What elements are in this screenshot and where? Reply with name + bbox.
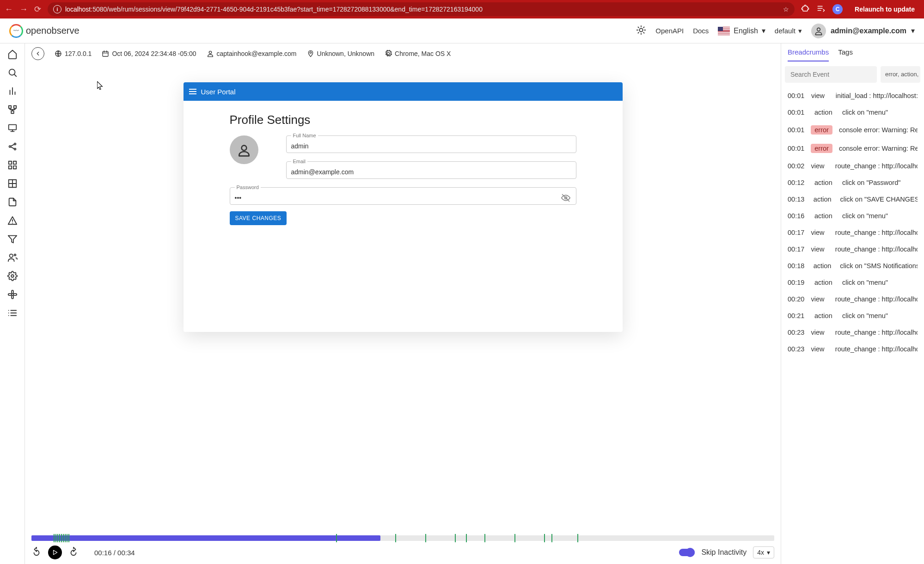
bar-chart-icon[interactable] (7, 86, 18, 96)
event-row[interactable]: 00:18actionclick on "SMS Notifications" (781, 257, 924, 274)
logo-icon: 〰 (9, 24, 23, 38)
reload-icon[interactable]: ⟳ (34, 4, 41, 14)
back-button[interactable] (31, 47, 44, 60)
file-icon[interactable] (7, 197, 18, 207)
email-field: Email admin@example.com (286, 161, 576, 179)
svg-rect-13 (13, 166, 16, 169)
skip-inactivity-toggle[interactable] (679, 549, 695, 556)
event-row[interactable]: 00:23viewroute_change : http://localhost… (781, 324, 924, 341)
event-row[interactable]: 00:01errorconsole error: Warning: Receiv… (781, 121, 924, 139)
back-icon[interactable]: ← (5, 5, 13, 14)
slack-icon[interactable] (7, 289, 18, 300)
event-time: 00:19 (788, 279, 808, 286)
event-row[interactable]: 00:23viewroute_change : http://localhost… (781, 341, 924, 357)
search-icon[interactable] (7, 67, 18, 78)
password-field: Password ••• (230, 187, 576, 205)
url-text: localhost:5080/web/rum/sessions/view/79f… (65, 6, 483, 13)
chevron-down-icon: ▾ (911, 26, 915, 35)
event-row[interactable]: 00:01errorconsole error: Warning: Receiv… (781, 139, 924, 158)
monitor-icon[interactable] (7, 123, 18, 133)
flag-icon (718, 27, 730, 35)
event-time: 00:01 (788, 92, 805, 99)
session-replay-viewport: User Portal Profile Settings Full Name (25, 64, 781, 533)
event-row[interactable]: 00:21actionclick on "menu" (781, 307, 924, 324)
event-time: 00:18 (788, 262, 807, 270)
svg-rect-23 (103, 51, 108, 56)
event-row[interactable]: 00:20viewroute_change : http://localhost… (781, 291, 924, 307)
user-menu[interactable]: admin@example.com ▾ (811, 24, 915, 38)
event-row[interactable]: 00:12actionclick on "Password" (781, 174, 924, 191)
event-desc: click on "menu" (842, 312, 888, 319)
globe-icon (55, 50, 62, 57)
dashboard-icon[interactable] (7, 160, 18, 170)
profile-avatar (230, 135, 258, 164)
filter-type-input[interactable]: error, action, ... (881, 66, 920, 83)
profile-avatar-icon[interactable]: C (832, 4, 843, 14)
speed-selector[interactable]: 4x ▾ (753, 546, 774, 558)
event-row[interactable]: 00:13actionclick on "SAVE CHANGES" (781, 191, 924, 208)
event-row[interactable]: 00:16actionclick on "menu" (781, 208, 924, 224)
full-name-field: Full Name admin (286, 135, 576, 153)
openapi-link[interactable]: OpenAPI (655, 27, 684, 35)
theme-toggle-icon[interactable] (636, 25, 646, 37)
replay-back-icon[interactable] (31, 546, 42, 559)
event-type: view (811, 92, 829, 99)
events-list: 00:01viewinitial_load : http://localhost… (781, 87, 924, 564)
pin-icon (307, 50, 314, 57)
site-info-icon[interactable]: i (53, 5, 61, 13)
brand-logo[interactable]: 〰 openobserve (9, 24, 80, 38)
share-icon[interactable] (7, 141, 18, 152)
language-selector[interactable]: English ▾ (718, 26, 765, 35)
settings-icon[interactable] (7, 271, 18, 281)
password-value: ••• (235, 194, 571, 202)
event-time: 00:13 (788, 196, 807, 203)
star-icon[interactable]: ☆ (783, 6, 789, 13)
svg-rect-21 (13, 294, 16, 295)
event-desc: route_change : http://localhost:30 (835, 295, 918, 303)
users-icon[interactable] (7, 252, 18, 263)
list-icon[interactable] (7, 308, 18, 318)
event-row[interactable]: 00:01actionclick on "menu" (781, 104, 924, 121)
play-button[interactable] (48, 546, 62, 559)
event-time: 00:16 (788, 212, 808, 220)
svg-point-24 (209, 51, 211, 54)
event-time: 00:12 (788, 179, 808, 186)
timeline[interactable] (25, 533, 781, 541)
profile-heading: Profile Settings (230, 113, 576, 127)
event-time: 00:21 (788, 312, 808, 319)
org-selector[interactable]: default ▾ (775, 27, 802, 35)
event-row[interactable]: 00:19actionclick on "menu" (781, 274, 924, 291)
tab-tags[interactable]: Tags (838, 48, 853, 61)
event-type: view (811, 229, 829, 236)
url-bar[interactable]: i localhost:5080/web/rum/sessions/view/7… (48, 2, 795, 16)
pipeline-icon[interactable] (7, 104, 18, 115)
svg-point-15 (9, 254, 12, 257)
event-time: 00:01 (788, 145, 804, 152)
event-row[interactable]: 00:17viewroute_change : http://localhost… (781, 224, 924, 241)
event-desc: click on "Password" (842, 179, 900, 186)
tab-breadcrumbs[interactable]: Breadcrumbs (788, 48, 829, 61)
playback-controls: 00:16 / 00:34 Skip Inactivity 4x ▾ (25, 541, 781, 564)
docs-link[interactable]: Docs (693, 27, 709, 35)
event-type: view (811, 329, 829, 336)
session-browser: Chrome, Mac OS X (385, 50, 451, 57)
replay-forward-icon[interactable] (68, 546, 79, 559)
forward-icon[interactable]: → (19, 5, 28, 14)
event-desc: console error: Warning: Received (839, 145, 918, 152)
svg-point-0 (640, 28, 643, 31)
filter-icon[interactable] (7, 234, 18, 244)
svg-rect-12 (8, 166, 11, 169)
full-name-label: Full Name (291, 133, 318, 138)
relaunch-button[interactable]: Relaunch to update (850, 3, 919, 16)
playlist-icon[interactable] (817, 4, 825, 14)
home-icon[interactable] (7, 49, 18, 59)
grid-icon[interactable] (7, 178, 18, 189)
extensions-icon[interactable] (801, 4, 809, 14)
search-event-input[interactable] (785, 66, 877, 83)
event-row[interactable]: 00:02viewroute_change : http://localhost… (781, 158, 924, 174)
alert-icon[interactable] (7, 215, 18, 226)
event-row[interactable]: 00:01viewinitial_load : http://localhost… (781, 87, 924, 104)
event-time: 00:17 (788, 229, 805, 236)
event-row[interactable]: 00:17viewroute_change : http://localhost… (781, 241, 924, 257)
event-desc: route_change : http://localhost:30 (835, 245, 918, 253)
